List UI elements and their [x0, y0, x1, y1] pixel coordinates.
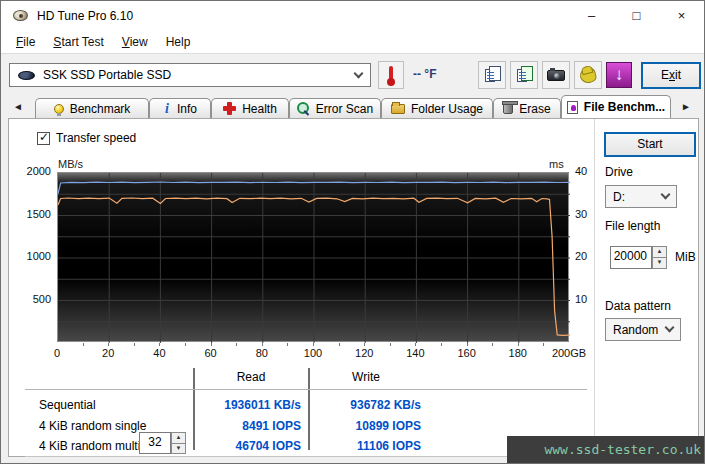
axis-tick-label: 1000 — [15, 250, 51, 262]
tab-health[interactable]: Health — [211, 98, 289, 118]
x-axis-tick — [313, 343, 314, 346]
copy-image-button[interactable] — [510, 61, 538, 89]
axis-tick-label: 20 — [575, 250, 587, 262]
menu-start-test[interactable]: Start Test — [44, 31, 112, 53]
tab-bar: ◄ Benchmark i Info Health Error Scan Fol… — [1, 95, 704, 118]
read-column-header: Read — [195, 370, 307, 384]
axis-tick-label: 160 — [457, 347, 475, 359]
exit-button[interactable]: Exit — [641, 62, 701, 89]
maximize-button[interactable]: □ — [614, 1, 659, 31]
x-axis-tick — [83, 343, 84, 346]
transfer-speed-option[interactable]: Transfer speed — [37, 131, 136, 145]
queue-depth-input[interactable]: 32 — [139, 432, 171, 454]
copy-text-button[interactable] — [478, 61, 506, 89]
drive-label: Drive — [605, 165, 633, 179]
temperature-button[interactable] — [378, 61, 404, 89]
data-pattern-value: Random — [613, 323, 666, 337]
spin-up-icon[interactable]: ▲ — [652, 246, 667, 258]
magnifier-icon — [297, 102, 310, 115]
window-controls: – □ × — [569, 1, 704, 31]
y-right-axis-unit: ms — [549, 158, 564, 170]
trash-icon — [503, 103, 513, 114]
x-axis-tick — [441, 343, 442, 346]
write-column-header: Write — [310, 370, 422, 384]
tab-strip: Benchmark i Info Health Error Scan Folde… — [35, 95, 671, 118]
x-axis-tick — [262, 343, 263, 346]
tab-benchmark[interactable]: Benchmark — [35, 98, 149, 118]
axis-tick-label: 200GB — [552, 347, 586, 359]
minimize-button[interactable]: – — [569, 1, 614, 31]
drive-select-value: D: — [613, 190, 662, 204]
screenshot-button[interactable] — [542, 61, 570, 89]
tab-scroll-left-icon[interactable]: ◄ — [9, 98, 27, 116]
y-left-axis-unit: MB/s — [58, 158, 83, 170]
tab-erase[interactable]: Erase — [493, 98, 561, 118]
axis-tick-label: 60 — [204, 347, 216, 359]
tab-error-scan[interactable]: Error Scan — [289, 98, 381, 118]
random-single-write-value: 10899 IOPS — [308, 419, 421, 433]
window-title: HD Tune Pro 6.10 — [37, 1, 133, 31]
menu-file[interactable]: File — [7, 31, 44, 53]
download-arrow-icon: ↓ — [615, 65, 624, 84]
download-button[interactable]: ↓ — [606, 62, 632, 88]
thermometer-icon — [389, 66, 393, 80]
folder-icon — [391, 104, 405, 114]
axis-tick-label: 80 — [256, 347, 268, 359]
queue-depth-spinner: ▲ ▼ — [171, 432, 186, 454]
axis-tick-label: 0 — [54, 347, 60, 359]
drive-select[interactable]: D: — [605, 185, 677, 208]
file-length-input[interactable]: 20000 — [610, 246, 652, 269]
axis-tick-label: 40 — [575, 165, 587, 177]
spin-down-icon[interactable]: ▼ — [171, 444, 186, 455]
hand-icon — [578, 66, 597, 85]
x-axis-tick — [159, 343, 160, 346]
copy-image-icon — [517, 69, 527, 82]
file-length-spinner: ▲ ▼ — [652, 246, 667, 269]
tab-folder-usage[interactable]: Folder Usage — [381, 98, 493, 118]
temperature-value: -- °F — [413, 67, 436, 81]
axis-tick-label: 1500 — [15, 208, 51, 220]
data-pattern-select[interactable]: Random — [605, 318, 681, 341]
watermark: www.ssd-tester.co.uk — [507, 436, 704, 463]
panel-divider — [594, 119, 595, 458]
health-cross-icon — [223, 102, 236, 115]
x-axis-tick — [364, 343, 365, 346]
axis-tick-label: 180 — [509, 347, 527, 359]
transfer-speed-label: Transfer speed — [56, 131, 136, 145]
x-axis-tick — [134, 343, 135, 346]
x-axis-tick — [339, 343, 340, 346]
menu-help[interactable]: Help — [157, 31, 200, 53]
axis-tick-label: 140 — [406, 347, 424, 359]
axis-tick-label: 2000 — [15, 165, 51, 177]
transfer-speed-checkbox[interactable] — [37, 132, 50, 145]
table-bottom-line — [25, 456, 587, 457]
tab-info[interactable]: i Info — [149, 98, 211, 118]
start-button[interactable]: Start — [604, 132, 696, 157]
random-multi-read-value: 46704 IOPS — [193, 439, 301, 453]
close-button[interactable]: × — [659, 1, 704, 31]
donate-button[interactable] — [574, 61, 602, 89]
table-header-line — [25, 389, 587, 390]
tab-scroll-right-icon[interactable]: ► — [677, 98, 695, 116]
random-single-read-value: 8491 IOPS — [193, 419, 301, 433]
row-label-random-multi: 4 KiB random multi — [39, 439, 140, 453]
device-select-value: SSK SSD Portable SSD — [43, 68, 347, 82]
x-axis-tick — [492, 343, 493, 346]
toolbar: SSK SSD Portable SSD -- °F ↓ Exit — [1, 53, 704, 95]
sequential-write-value: 936782 KB/s — [308, 398, 421, 412]
x-axis-tick — [467, 343, 468, 346]
tab-file-benchmark[interactable]: File Benchm... — [561, 95, 671, 118]
chevron-down-icon — [661, 190, 671, 200]
spin-down-icon[interactable]: ▼ — [652, 258, 667, 269]
random-multi-write-value: 11106 IOPS — [308, 439, 421, 453]
file-length-unit: MiB — [675, 250, 696, 264]
device-select[interactable]: SSK SSD Portable SSD — [9, 63, 371, 87]
spin-up-icon[interactable]: ▲ — [171, 432, 186, 444]
row-label-sequential: Sequential — [39, 398, 96, 412]
x-axis-tick — [543, 343, 544, 346]
x-axis-tick — [108, 343, 109, 346]
chevron-down-icon — [665, 323, 675, 333]
menu-view[interactable]: View — [113, 31, 157, 53]
camera-icon — [547, 70, 565, 81]
axis-tick-label: 120 — [355, 347, 373, 359]
